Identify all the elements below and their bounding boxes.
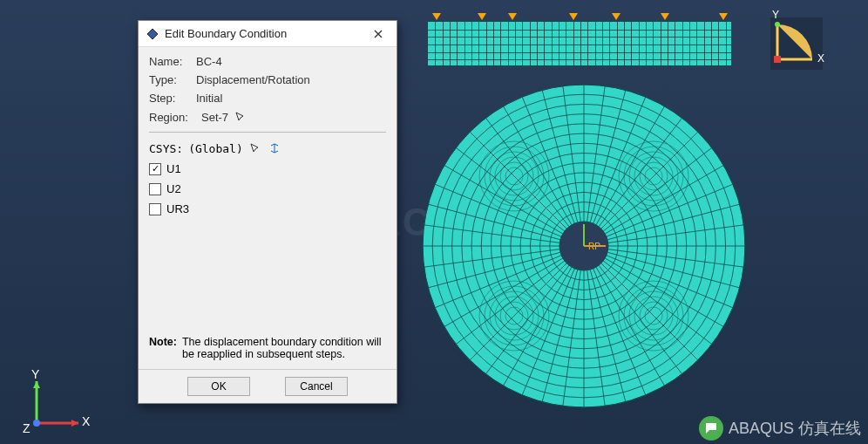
svg-rect-96 [774,56,781,63]
u2-checkbox[interactable] [149,183,161,195]
type-label: Type: [149,73,196,86]
footer-brand: ABAQUS 仿真在线 [699,416,861,441]
cancel-button[interactable]: Cancel [285,377,348,396]
csys-label: CSYS: [149,142,183,155]
note-label: Note: [149,336,177,360]
dialog-titlebar[interactable]: Edit Boundary Condition [139,21,397,47]
region-value: Set-7 [201,111,228,124]
name-label: Name: [149,55,196,68]
u1-checkbox[interactable]: ✓ [149,163,161,175]
dialog-title: Edit Boundary Condition [165,27,365,40]
u1-label: U1 [166,162,181,175]
csys-value: (Global) [188,142,243,155]
svg-marker-92 [71,420,78,427]
ur3-label: UR3 [166,202,189,215]
u2-label: U2 [166,182,181,195]
step-value: Initial [196,92,222,105]
svg-marker-94 [33,381,40,388]
note-text: The displacement boundary condition will… [182,336,386,360]
close-button[interactable] [365,24,391,44]
type-value: Displacement/Rotation [196,73,310,86]
coordinate-triad: X Y Z [26,372,87,434]
pick-region-icon[interactable] [234,110,248,124]
region-label: Region: [149,111,196,124]
rectangular-mesh-part[interactable]: // placeholder - grid drawn below via JS… [427,21,732,66]
svg-point-95 [33,420,40,427]
svg-point-97 [775,22,780,27]
axis-z-label: Z [23,421,31,435]
chat-icon [699,416,723,441]
step-label: Step: [149,92,196,105]
viewcube-x-label: X [817,52,824,65]
close-icon [374,30,383,38]
view-orientation-cube[interactable]: X Y [770,17,823,70]
ur3-row[interactable]: UR3 [149,199,386,219]
name-value: BC-4 [196,55,222,68]
brand-text: ABAQUS 仿真在线 [729,418,861,439]
ur3-checkbox[interactable] [149,203,161,215]
viewcube-y-label: Y [772,9,779,21]
svg-marker-98 [147,29,158,39]
axis-x-label: X [82,414,90,428]
create-csys-icon[interactable] [268,141,281,155]
circular-mesh-part[interactable]: RP [418,80,749,412]
u1-row[interactable]: ✓ U1 [149,159,386,179]
ok-button[interactable]: OK [187,377,250,396]
app-icon [146,27,159,41]
axis-y-label: Y [31,367,39,381]
pick-csys-icon[interactable] [248,141,262,155]
u2-row[interactable]: U2 [149,179,386,199]
edit-boundary-condition-dialog: Edit Boundary Condition Name: BC-4 Type:… [138,20,397,404]
model-viewport[interactable]: 1CAE // placeholder - grid drawn below v… [0,0,868,444]
